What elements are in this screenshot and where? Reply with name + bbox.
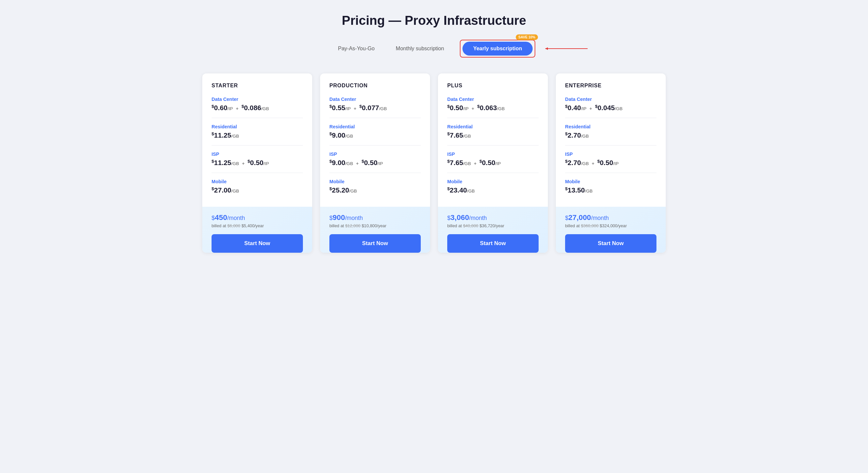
monthly-amount: 450 bbox=[215, 213, 227, 222]
proxy-section-data-center: Data Center $0.50/IP + $0.063/GB bbox=[447, 97, 538, 118]
plus-sign: + bbox=[236, 106, 238, 111]
svg-marker-1 bbox=[545, 47, 548, 50]
arrow-indicator bbox=[541, 46, 591, 51]
proxy-type-label: ISP bbox=[330, 151, 421, 157]
price-unit: /IP bbox=[227, 106, 233, 111]
plan-name: PRODUCTION bbox=[330, 83, 421, 89]
price-amount: 27.00 bbox=[214, 186, 231, 194]
proxy-type-label: Residential bbox=[212, 124, 303, 129]
price2-amount: 0.50 bbox=[364, 159, 377, 166]
plan-name: ENTERPRISE bbox=[565, 83, 656, 89]
price-amount: 23.40 bbox=[450, 186, 467, 194]
price-amount: 9.00 bbox=[332, 159, 345, 166]
discounted-price: $10,800/year bbox=[362, 223, 387, 228]
price-dollar: $ bbox=[212, 186, 214, 191]
proxy-price: $7.65/GB bbox=[447, 131, 538, 139]
price-unit: /IP bbox=[581, 106, 587, 111]
billed-info: billed at $6,000 $5,400/year bbox=[212, 223, 303, 228]
proxy-section-residential: Residential $11.25/GB bbox=[212, 124, 303, 145]
proxy-type-label: Mobile bbox=[447, 179, 538, 184]
proxy-section-isp: ISP $9.00/GB + $0.50/IP bbox=[330, 151, 421, 173]
original-price: $6,000 bbox=[227, 223, 240, 228]
proxy-price: $11.25/GB + $0.50/IP bbox=[212, 159, 303, 167]
price2-amount: 0.045 bbox=[597, 104, 615, 111]
price-amount: 11.25 bbox=[214, 131, 231, 139]
price-dollar: $ bbox=[447, 131, 450, 136]
page-title: Pricing — Proxy Infrastructure bbox=[7, 13, 861, 28]
billing-option-yearly[interactable]: Yearly subscription bbox=[462, 42, 533, 56]
price2-unit: /IP bbox=[264, 161, 269, 166]
billing-toggle: Pay-As-You-Go Monthly subscription Yearl… bbox=[7, 40, 861, 58]
original-price: $40,800 bbox=[463, 223, 478, 228]
price2-amount: 0.077 bbox=[362, 104, 379, 111]
monthly-dollar: $ bbox=[565, 215, 568, 221]
proxy-price: $0.60/IP + $0.086/GB bbox=[212, 104, 303, 112]
proxy-type-label: Data Center bbox=[212, 97, 303, 102]
billing-option-payg[interactable]: Pay-As-You-Go bbox=[333, 43, 380, 54]
price2-unit: /GB bbox=[379, 106, 387, 111]
proxy-price: $27.00/GB bbox=[212, 186, 303, 194]
plus-sign: + bbox=[474, 161, 476, 166]
monthly-dollar: $ bbox=[212, 215, 215, 221]
price-dollar: $ bbox=[330, 104, 332, 109]
plan-name: STARTER bbox=[212, 83, 303, 89]
price-dollar: $ bbox=[447, 159, 450, 164]
start-now-button[interactable]: Start Now bbox=[565, 234, 656, 253]
monthly-price: $450/month bbox=[212, 213, 303, 222]
proxy-price: $11.25/GB bbox=[212, 131, 303, 139]
plus-sign: + bbox=[471, 106, 474, 111]
proxy-price: $7.65/GB + $0.50/IP bbox=[447, 159, 538, 167]
price-unit: /GB bbox=[231, 161, 239, 166]
proxy-price: $23.40/GB bbox=[447, 186, 538, 194]
proxy-type-label: Residential bbox=[447, 124, 538, 129]
plan-name: PLUS bbox=[447, 83, 538, 89]
proxy-section-data-center: Data Center $0.55/IP + $0.077/GB bbox=[330, 97, 421, 118]
plan-card-starter: STARTER Data Center $0.60/IP + $0.086/GB… bbox=[202, 73, 312, 253]
price-unit: /GB bbox=[463, 161, 471, 166]
price-amount: 2.70 bbox=[568, 159, 581, 166]
price-amount: 0.55 bbox=[332, 104, 345, 111]
price-unit: /IP bbox=[345, 106, 351, 111]
proxy-section-mobile: Mobile $23.40/GB bbox=[447, 179, 538, 200]
card-body: ENTERPRISE Data Center $0.40/IP + $0.045… bbox=[556, 73, 666, 207]
proxy-price: $2.70/GB + $0.50/IP bbox=[565, 159, 656, 167]
plus-sign: + bbox=[592, 161, 594, 166]
card-footer: $450/month billed at $6,000 $5,400/year … bbox=[202, 207, 312, 253]
proxy-type-label: Data Center bbox=[330, 97, 421, 102]
billing-option-monthly[interactable]: Monthly subscription bbox=[391, 43, 450, 54]
price-unit: /GB bbox=[231, 134, 239, 139]
monthly-price: $27,000/month bbox=[565, 213, 656, 222]
card-footer: $27,000/month billed at $360,000 $324,00… bbox=[556, 207, 666, 253]
price-amount: 0.60 bbox=[214, 104, 227, 111]
price2-amount: 0.50 bbox=[600, 159, 613, 166]
price2-unit: /IP bbox=[377, 161, 383, 166]
start-now-button[interactable]: Start Now bbox=[212, 234, 303, 253]
price2-dollar: $ bbox=[362, 159, 364, 164]
plus-sign: + bbox=[356, 161, 359, 166]
price-amount: 11.25 bbox=[214, 159, 231, 166]
price-unit: /GB bbox=[581, 161, 589, 166]
start-now-button[interactable]: Start Now bbox=[330, 234, 421, 253]
price2-amount: 0.063 bbox=[480, 104, 497, 111]
proxy-type-label: Mobile bbox=[330, 179, 421, 184]
billed-info: billed at $12,000 $10,800/year bbox=[330, 223, 421, 228]
proxy-price: $2.70/GB bbox=[565, 131, 656, 139]
card-footer: $3,060/month billed at $40,800 $36,720/y… bbox=[438, 207, 548, 253]
proxy-section-mobile: Mobile $25.20/GB bbox=[330, 179, 421, 200]
price-dollar: $ bbox=[565, 104, 568, 109]
price-unit: /GB bbox=[467, 189, 475, 194]
monthly-price: $900/month bbox=[330, 213, 421, 222]
price-amount: 7.65 bbox=[450, 131, 463, 139]
price-amount: 7.65 bbox=[450, 159, 463, 166]
price2-amount: 0.086 bbox=[244, 104, 261, 111]
proxy-section-residential: Residential $9.00/GB bbox=[330, 124, 421, 145]
proxy-type-label: ISP bbox=[447, 151, 538, 157]
proxy-type-label: Residential bbox=[565, 124, 656, 129]
price-dollar: $ bbox=[212, 131, 214, 136]
proxy-price: $25.20/GB bbox=[330, 186, 421, 194]
start-now-button[interactable]: Start Now bbox=[447, 234, 538, 253]
proxy-price: $0.50/IP + $0.063/GB bbox=[447, 104, 538, 112]
proxy-type-label: Mobile bbox=[565, 179, 656, 184]
price2-unit: /GB bbox=[261, 106, 269, 111]
card-body: PRODUCTION Data Center $0.55/IP + $0.077… bbox=[320, 73, 430, 207]
